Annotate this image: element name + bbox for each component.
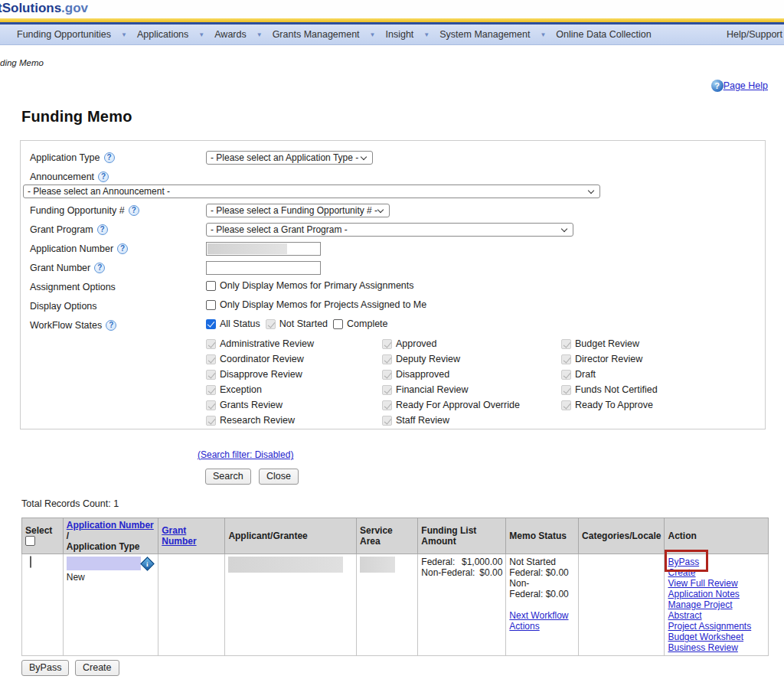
- search-button[interactable]: Search: [205, 469, 251, 485]
- action-business-review-link[interactable]: Business Review: [668, 642, 765, 653]
- announcement-select[interactable]: - Please select an Announcement -: [23, 184, 600, 198]
- state-checkbox[interactable]: [382, 385, 392, 395]
- workflow-state-item[interactable]: Staff Review: [382, 413, 520, 428]
- application-type-label-text: Application Type: [30, 152, 100, 163]
- grant-program-help-icon[interactable]: ?: [97, 224, 108, 235]
- application-number-label-text: Application Number: [30, 243, 113, 254]
- application-type-help-icon[interactable]: ?: [104, 152, 115, 163]
- workflow-state-item[interactable]: Disapprove Review: [206, 367, 314, 382]
- page-help-label[interactable]: Page Help: [724, 80, 768, 91]
- state-checkbox[interactable]: [206, 354, 216, 364]
- state-checkbox[interactable]: [382, 354, 392, 364]
- action-project-assignments-link[interactable]: Project Assignments: [668, 621, 765, 632]
- select-all-checkbox[interactable]: [25, 536, 35, 546]
- state-checkbox[interactable]: [206, 400, 216, 410]
- nav-applications[interactable]: Applications: [137, 29, 188, 40]
- chevron-down-icon[interactable]: ▼: [423, 31, 430, 38]
- row-select-checkbox[interactable]: [30, 556, 31, 568]
- nav-funding-opportunities[interactable]: Funding Opportunities: [17, 29, 111, 40]
- grant-number-sort-link[interactable]: Grant Number: [162, 525, 196, 547]
- funding-opportunity-help-icon[interactable]: ?: [129, 205, 139, 216]
- state-checkbox[interactable]: [206, 370, 216, 380]
- state-checkbox[interactable]: [206, 385, 216, 395]
- nav-insight[interactable]: Insight: [386, 29, 414, 40]
- action-application-notes-link[interactable]: Application Notes: [668, 589, 765, 599]
- action-view-full-review-link[interactable]: View Full Review: [668, 578, 765, 589]
- grant-program-select[interactable]: - Please select a Grant Program -: [206, 223, 573, 237]
- nav-help-support[interactable]: Help/Support: [727, 29, 782, 40]
- state-checkbox[interactable]: [382, 400, 392, 410]
- next-workflow-actions-link[interactable]: Next Workflow Actions: [509, 610, 568, 632]
- workflow-state-item[interactable]: Funds Not Certified: [561, 382, 658, 397]
- state-checkbox[interactable]: [561, 339, 571, 349]
- info-diamond-icon[interactable]: i: [140, 557, 154, 570]
- state-label: Funds Not Certified: [575, 384, 658, 395]
- application-number-help-icon[interactable]: ?: [117, 243, 128, 254]
- state-checkbox[interactable]: [206, 416, 216, 426]
- application-number-sort-link[interactable]: Application Number: [67, 520, 154, 531]
- workflow-state-item[interactable]: Deputy Review: [382, 351, 520, 367]
- state-checkbox[interactable]: [206, 339, 216, 349]
- state-checkbox[interactable]: [382, 416, 392, 426]
- state-checkbox[interactable]: [382, 370, 392, 380]
- nav-awards[interactable]: Awards: [214, 29, 246, 40]
- all-status-checkbox[interactable]: [206, 319, 216, 329]
- not-started-checkbox[interactable]: [266, 319, 276, 329]
- action-manage-project-abstract-link[interactable]: Manage Project Abstract: [668, 599, 765, 621]
- grant-number-input[interactable]: [206, 261, 321, 275]
- workflow-state-item[interactable]: Coordinator Review: [206, 351, 314, 367]
- state-checkbox[interactable]: [561, 400, 571, 410]
- state-checkbox[interactable]: [561, 385, 571, 395]
- primary-assignments-option[interactable]: Only Display Memos for Primary Assignmen…: [206, 280, 414, 291]
- projects-assigned-checkbox[interactable]: [206, 300, 216, 310]
- search-filter-link[interactable]: (Search filter: Disabled): [198, 449, 293, 460]
- redacted-application-number[interactable]: [67, 557, 141, 570]
- page-help-link[interactable]: ? Page Help: [711, 80, 768, 92]
- workflow-state-item[interactable]: Ready To Approve: [561, 397, 658, 413]
- funding-opportunity-select[interactable]: - Please select a Funding Opportunity # …: [206, 204, 390, 217]
- workflow-state-item[interactable]: Disapproved: [382, 367, 520, 382]
- chevron-down-icon[interactable]: ▼: [256, 31, 263, 38]
- nav-grants-management[interactable]: Grants Management: [273, 29, 360, 40]
- workflow-state-item[interactable]: Administrative Review: [206, 336, 314, 351]
- action-budget-worksheet-link[interactable]: Budget Worksheet: [668, 632, 765, 642]
- nav-system-management[interactable]: System Management: [439, 29, 530, 40]
- workflow-state-item[interactable]: Draft: [561, 367, 658, 382]
- workflow-state-item[interactable]: Financial Review: [382, 382, 520, 397]
- nav-online-data-collection[interactable]: Online Data Collection: [556, 29, 651, 40]
- application-number-cell: i New: [63, 554, 158, 656]
- chevron-down-icon[interactable]: ▼: [370, 31, 376, 38]
- chevron-down-icon[interactable]: ▼: [198, 31, 204, 38]
- help-circle-icon[interactable]: ?: [711, 80, 724, 92]
- application-number-input[interactable]: [206, 242, 321, 256]
- col-grant-number: Grant Number: [158, 518, 225, 554]
- workflow-states-help-icon[interactable]: ?: [106, 320, 116, 331]
- close-button[interactable]: Close: [259, 469, 299, 485]
- primary-assignments-checkbox[interactable]: [206, 281, 216, 291]
- projects-assigned-option[interactable]: Only Display Memos for Projects Assigned…: [206, 299, 426, 310]
- non-federal-label: Non-Federal:: [421, 567, 475, 578]
- chevron-down-icon[interactable]: ▼: [540, 31, 546, 38]
- application-type-select[interactable]: - Please select an Application Type -: [206, 151, 373, 165]
- workflow-state-item[interactable]: Director Review: [561, 351, 658, 367]
- memo-status-line: Not Started: [509, 557, 575, 567]
- complete-checkbox[interactable]: [333, 319, 343, 329]
- workflow-state-item[interactable]: Budget Review: [561, 336, 658, 351]
- workflow-state-item[interactable]: Ready For Approval Override: [382, 397, 520, 413]
- announcement-help-icon[interactable]: ?: [98, 171, 109, 182]
- state-checkbox[interactable]: [561, 354, 571, 364]
- workflow-states-column-2: Approved Deputy Review Disapproved Finan…: [382, 336, 520, 428]
- state-checkbox[interactable]: [561, 370, 571, 380]
- workflow-state-item[interactable]: Grants Review: [206, 397, 314, 413]
- state-checkbox[interactable]: [382, 339, 392, 349]
- redacted-applicant: [228, 557, 343, 573]
- workflow-state-item[interactable]: Exception: [206, 382, 314, 397]
- workflow-state-item[interactable]: Research Review: [206, 413, 314, 428]
- create-button[interactable]: Create: [75, 660, 119, 676]
- chevron-down-icon[interactable]: ▼: [121, 31, 127, 38]
- bypass-button[interactable]: ByPass: [21, 660, 69, 676]
- grant-number-help-icon[interactable]: ?: [94, 263, 105, 273]
- action-create-link[interactable]: Create: [668, 567, 765, 578]
- action-bypass-link[interactable]: ByPass: [668, 557, 765, 567]
- workflow-state-item[interactable]: Approved: [382, 336, 520, 351]
